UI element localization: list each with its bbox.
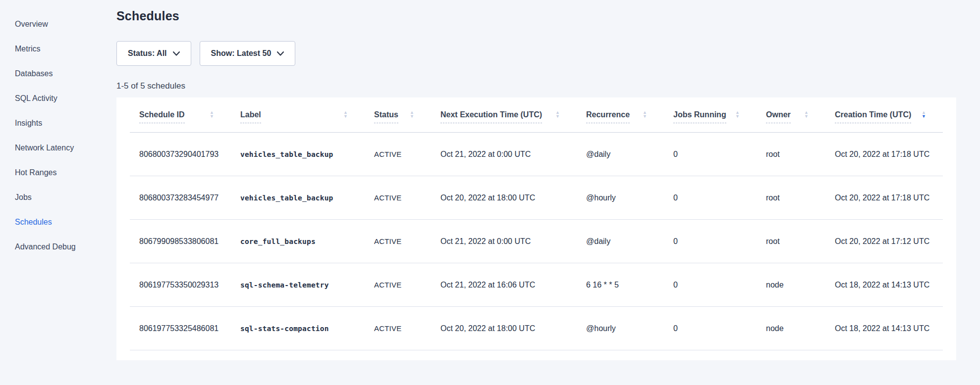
sidebar-item-metrics[interactable]: Metrics [15, 37, 107, 61]
column-header-label: Status [374, 110, 398, 123]
cell-recurrence: @daily [577, 150, 664, 159]
sidebar-item-jobs[interactable]: Jobs [15, 185, 107, 210]
cell-next-execution: Oct 20, 2022 at 18:00 UTC [431, 324, 577, 333]
table-row[interactable]: 806800373283454977vehicles_table_backupA… [130, 176, 943, 220]
sort-icon[interactable]: ▲▼ [922, 111, 926, 119]
cell-recurrence: @hourly [577, 324, 664, 333]
sidebar-item-sql-activity[interactable]: SQL Activity [15, 86, 107, 111]
sidebar-item-databases[interactable]: Databases [15, 61, 107, 86]
status-filter-dropdown[interactable]: Status: All [116, 41, 191, 66]
chevron-down-icon [173, 51, 180, 56]
cell-creation-time: Oct 20, 2022 at 17:12 UTC [825, 237, 943, 246]
cell-creation-time: Oct 20, 2022 at 17:18 UTC [825, 193, 943, 202]
column-header-label: Next Execution Time (UTC) [440, 110, 542, 123]
cell-schedule-id: 806197753325486081 [130, 324, 231, 333]
show-filter-label: Show: Latest 50 [211, 49, 272, 58]
sidebar-item-advanced-debug[interactable]: Advanced Debug [15, 235, 107, 259]
sidebar-item-overview[interactable]: Overview [15, 12, 107, 37]
sort-desc-icon: ▼ [210, 115, 214, 119]
cell-schedule-id: 806800373290401793 [130, 150, 231, 159]
column-header-schedule-id[interactable]: Schedule ID▲▼ [130, 97, 231, 132]
cell-label: sql-schema-telemetry [231, 281, 365, 289]
cell-status: ACTIVE [365, 193, 431, 202]
sidebar-item-network-latency[interactable]: Network Latency [15, 136, 107, 160]
show-filter-dropdown[interactable]: Show: Latest 50 [200, 41, 296, 66]
column-header-label: Label [240, 110, 261, 123]
cell-schedule-id: 806800373283454977 [130, 193, 231, 202]
column-header-owner[interactable]: Owner▲▼ [757, 97, 825, 132]
sort-desc-icon: ▼ [643, 115, 647, 119]
cell-jobs-running: 0 [664, 237, 757, 246]
column-header-label: Jobs Running [673, 110, 726, 123]
cell-recurrence: @daily [577, 237, 664, 246]
table-body: 806800373290401793vehicles_table_backupA… [130, 133, 943, 350]
table-row[interactable]: 806799098533806081core_full_backupsACTIV… [130, 220, 943, 263]
column-header-label: Schedule ID [139, 110, 185, 123]
cell-label: sql-stats-compaction [231, 325, 365, 333]
cell-next-execution: Oct 21, 2022 at 0:00 UTC [431, 150, 577, 159]
cell-owner: root [757, 193, 825, 202]
cell-owner: root [757, 150, 825, 159]
cell-status: ACTIVE [365, 324, 431, 333]
sort-desc-icon: ▼ [735, 115, 740, 119]
results-count: 1-5 of 5 schedules [116, 81, 956, 91]
column-header-label: Recurrence [586, 110, 630, 123]
cell-creation-time: Oct 20, 2022 at 17:18 UTC [825, 150, 943, 159]
cell-label: vehicles_table_backup [231, 194, 365, 202]
sidebar-nav: OverviewMetricsDatabasesSQL ActivityInsi… [0, 0, 107, 385]
sort-icon[interactable]: ▲▼ [555, 111, 560, 119]
cell-creation-time: Oct 18, 2022 at 14:13 UTC [825, 324, 943, 333]
cell-next-execution: Oct 21, 2022 at 16:06 UTC [431, 281, 577, 289]
sort-icon[interactable]: ▲▼ [210, 111, 214, 119]
table-row[interactable]: 806197753325486081sql-stats-compactionAC… [130, 307, 943, 350]
sort-icon[interactable]: ▲▼ [343, 111, 348, 119]
sort-icon[interactable]: ▲▼ [410, 111, 414, 119]
cell-owner: root [757, 237, 825, 246]
cell-status: ACTIVE [365, 237, 431, 245]
cell-schedule-id: 806799098533806081 [130, 237, 231, 246]
sidebar-item-hot-ranges[interactable]: Hot Ranges [15, 160, 107, 185]
sort-desc-icon: ▼ [343, 115, 348, 119]
column-header-label: Owner [766, 110, 791, 123]
cell-status: ACTIVE [365, 150, 431, 158]
column-header-label[interactable]: Label▲▼ [231, 97, 365, 132]
sort-desc-icon: ▼ [922, 115, 926, 119]
page-title: Schedules [116, 9, 956, 23]
cell-label: vehicles_table_backup [231, 150, 365, 158]
column-header-recurrence[interactable]: Recurrence▲▼ [577, 97, 664, 132]
table-row[interactable]: 806197753350029313sql-schema-telemetryAC… [130, 263, 943, 307]
sort-desc-icon: ▼ [555, 115, 560, 119]
status-filter-label: Status: All [128, 49, 167, 58]
sidebar-item-schedules[interactable]: Schedules [15, 210, 107, 235]
filter-bar: Status: All Show: Latest 50 [116, 41, 956, 66]
chevron-down-icon [277, 51, 284, 56]
cell-jobs-running: 0 [664, 281, 757, 289]
sort-icon[interactable]: ▲▼ [804, 111, 809, 119]
schedules-table-card: Schedule ID▲▼Label▲▼Status▲▼Next Executi… [116, 97, 956, 360]
column-header-creation-time-utc[interactable]: Creation Time (UTC)▲▼ [825, 97, 943, 132]
cell-jobs-running: 0 [664, 324, 757, 333]
sort-icon[interactable]: ▲▼ [643, 111, 647, 119]
sort-desc-icon: ▼ [410, 115, 414, 119]
cell-creation-time: Oct 18, 2022 at 14:13 UTC [825, 281, 943, 289]
sort-desc-icon: ▼ [804, 115, 809, 119]
cell-recurrence: 6 16 * * 5 [577, 281, 664, 289]
sort-icon[interactable]: ▲▼ [735, 111, 740, 119]
cell-next-execution: Oct 20, 2022 at 18:00 UTC [431, 193, 577, 202]
schedules-page: Schedules Status: All Show: Latest 50 1-… [116, 9, 956, 360]
cell-jobs-running: 0 [664, 150, 757, 159]
cell-jobs-running: 0 [664, 193, 757, 202]
cell-label: core_full_backups [231, 238, 365, 245]
column-header-next-execution-time-utc[interactable]: Next Execution Time (UTC)▲▼ [431, 97, 577, 132]
cell-recurrence: @hourly [577, 193, 664, 202]
table-row[interactable]: 806800373290401793vehicles_table_backupA… [130, 133, 943, 176]
sidebar-item-insights[interactable]: Insights [15, 111, 107, 136]
table-header-row: Schedule ID▲▼Label▲▼Status▲▼Next Executi… [130, 97, 943, 133]
cell-owner: node [757, 324, 825, 333]
column-header-label: Creation Time (UTC) [835, 110, 911, 123]
cell-schedule-id: 806197753350029313 [130, 281, 231, 289]
column-header-status[interactable]: Status▲▼ [365, 97, 431, 132]
cell-owner: node [757, 281, 825, 289]
column-header-jobs-running[interactable]: Jobs Running▲▼ [664, 97, 757, 132]
cell-next-execution: Oct 21, 2022 at 0:00 UTC [431, 237, 577, 246]
